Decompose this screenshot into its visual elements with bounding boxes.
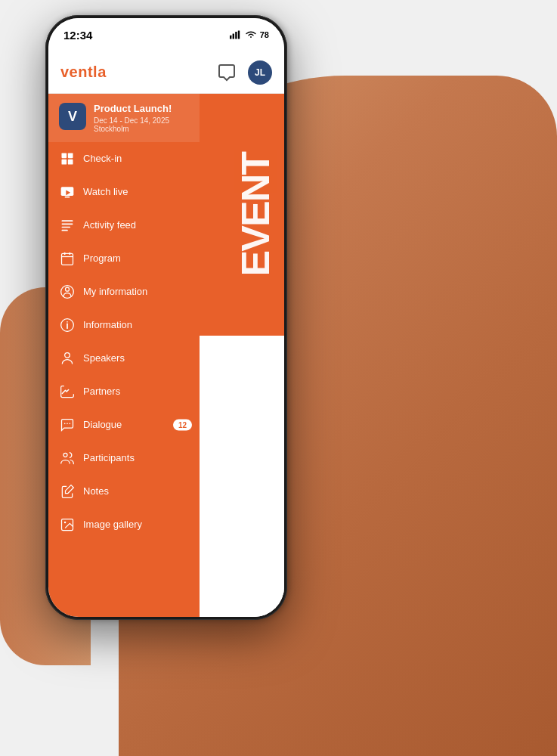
menu-item-dialogue[interactable]: Dialogue 12 xyxy=(48,408,200,442)
menu-item-notes[interactable]: Notes xyxy=(48,475,200,508)
information-label: Information xyxy=(83,319,132,330)
menu-item-activity-feed[interactable]: Activity feed xyxy=(48,209,200,242)
svg-point-28 xyxy=(63,453,67,457)
notes-icon xyxy=(59,483,76,500)
my-information-label: My information xyxy=(83,286,147,297)
event-vertical-text: Event xyxy=(230,153,278,276)
check-in-label: Check-in xyxy=(83,153,122,164)
event-location: Stockholm xyxy=(94,125,189,133)
svg-rect-10 xyxy=(65,196,70,197)
menu-panel: V Product Launch! Dec 14 - Dec 14, 2025 … xyxy=(48,94,200,617)
speakers-icon xyxy=(59,350,76,367)
svg-rect-17 xyxy=(70,252,71,254)
menu-item-participants[interactable]: Participants xyxy=(48,442,200,475)
activity-feed-icon xyxy=(59,217,76,234)
my-information-icon xyxy=(59,284,76,300)
event-date: Dec 14 - Dec 14, 2025 xyxy=(94,116,189,125)
svg-rect-3 xyxy=(238,30,240,39)
partners-icon xyxy=(59,383,76,400)
program-label: Program xyxy=(83,253,121,264)
app-header: ventla JL xyxy=(48,51,284,94)
dialogue-icon xyxy=(59,417,76,433)
signal-icon xyxy=(230,30,242,39)
svg-rect-2 xyxy=(235,32,237,39)
svg-point-19 xyxy=(66,287,70,291)
event-banner: Event xyxy=(200,94,284,336)
svg-point-26 xyxy=(67,423,68,424)
white-content-area xyxy=(200,336,284,617)
menu-item-check-in[interactable]: Check-in xyxy=(48,142,200,175)
svg-rect-7 xyxy=(68,159,73,164)
svg-rect-11 xyxy=(62,220,73,222)
svg-point-25 xyxy=(64,423,66,424)
speakers-label: Speakers xyxy=(83,352,125,364)
dialogue-label: Dialogue xyxy=(83,419,122,430)
menu-item-program[interactable]: Program xyxy=(48,242,200,275)
watch-live-icon xyxy=(59,184,76,200)
svg-rect-1 xyxy=(232,33,234,39)
svg-rect-4 xyxy=(62,153,67,158)
partners-label: Partners xyxy=(83,386,120,397)
event-logo: V xyxy=(59,103,86,130)
svg-rect-5 xyxy=(68,153,73,158)
program-icon xyxy=(59,250,76,267)
scene: 12:34 78 xyxy=(0,0,557,756)
ventla-logo: ventla xyxy=(60,64,107,81)
avatar-button[interactable]: JL xyxy=(248,60,272,85)
image-gallery-icon xyxy=(59,516,76,533)
battery-icon: 78 xyxy=(260,30,269,39)
status-time: 12:34 xyxy=(63,29,92,42)
event-info: Product Launch! Dec 14 - Dec 14, 2025 St… xyxy=(94,103,189,133)
image-gallery-label: Image gallery xyxy=(83,519,142,530)
header-icons: JL xyxy=(215,60,272,85)
svg-rect-16 xyxy=(64,252,66,254)
svg-rect-15 xyxy=(62,253,73,265)
svg-rect-14 xyxy=(62,229,68,231)
phone-frame: 12:34 78 xyxy=(45,15,287,620)
event-title: Product Launch! xyxy=(94,103,189,115)
menu-item-image-gallery[interactable]: Image gallery xyxy=(48,508,200,541)
notes-label: Notes xyxy=(83,485,109,497)
dialogue-badge: 12 xyxy=(173,419,192,430)
chat-icon xyxy=(218,64,236,82)
right-panel: Event xyxy=(200,94,284,617)
svg-point-24 xyxy=(65,352,70,358)
svg-rect-6 xyxy=(62,159,67,164)
menu-item-information[interactable]: Information xyxy=(48,308,200,342)
activity-feed-label: Activity feed xyxy=(83,219,136,231)
check-in-icon xyxy=(59,150,76,167)
participants-icon xyxy=(59,450,76,466)
menu-item-watch-live[interactable]: Watch live xyxy=(48,175,200,209)
svg-rect-13 xyxy=(62,226,71,228)
participants-label: Participants xyxy=(83,452,135,463)
information-icon xyxy=(59,317,76,333)
main-content: V Product Launch! Dec 14 - Dec 14, 2025 … xyxy=(48,94,284,617)
svg-rect-12 xyxy=(62,223,73,225)
svg-point-23 xyxy=(67,321,68,323)
chat-button[interactable] xyxy=(215,60,239,85)
menu-item-my-information[interactable]: My information xyxy=(48,275,200,308)
svg-rect-0 xyxy=(230,36,231,39)
menu-item-partners[interactable]: Partners xyxy=(48,375,200,408)
status-bar: 12:34 78 xyxy=(48,18,284,51)
svg-point-27 xyxy=(70,423,71,424)
menu-item-speakers[interactable]: Speakers xyxy=(48,342,200,375)
event-card[interactable]: V Product Launch! Dec 14 - Dec 14, 2025 … xyxy=(48,94,200,142)
watch-live-label: Watch live xyxy=(83,186,128,197)
phone-screen: 12:34 78 xyxy=(48,18,284,617)
wifi-icon xyxy=(245,30,257,39)
svg-point-30 xyxy=(64,521,67,523)
status-icons: 78 xyxy=(230,30,269,39)
